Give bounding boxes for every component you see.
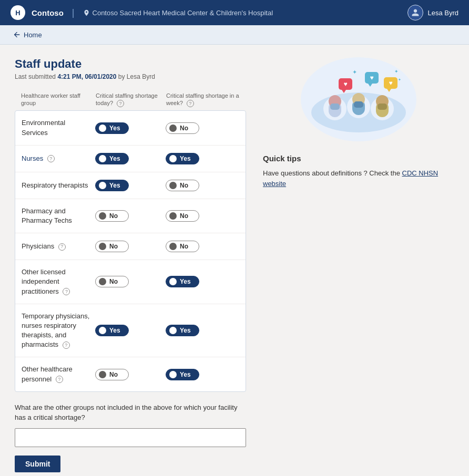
toggle-no[interactable]: No (166, 241, 199, 252)
table-row: Other licensed independent practitioners… (15, 260, 246, 304)
toggle-today-1: Yes (95, 153, 164, 164)
header-left: H Contoso | Contoso Sacred Heart Medical… (11, 5, 273, 20)
row-label: Pharmacy and Pharmacy Techs (22, 206, 93, 225)
toggle-no[interactable]: No (95, 369, 129, 380)
toggle-week-5: Yes (166, 276, 239, 287)
svg-rect-12 (378, 104, 387, 110)
toggle-knob (99, 327, 106, 334)
toggle-no[interactable]: No (95, 276, 129, 287)
quick-tips-section: Quick tips Have questions about definiti… (263, 154, 454, 189)
facility-info: Contoso Sacred Heart Medical Center & Ch… (83, 9, 273, 17)
svg-marker-18 (368, 84, 372, 87)
col-header-group: Healthcare worker staff group (21, 92, 94, 107)
svg-text:♥: ♥ (343, 80, 347, 88)
toggle-today-0: Yes (95, 122, 164, 134)
svg-marker-21 (387, 89, 391, 92)
row-label: Respiratory therapists (22, 181, 93, 190)
last-submitted-label: Last submitted (15, 73, 56, 80)
toggle-knob (99, 212, 106, 220)
shortage-today-info-icon[interactable]: ? (117, 100, 124, 107)
toggle-knob (99, 371, 106, 378)
toggle-knob (169, 371, 177, 378)
toggle-no[interactable]: No (166, 210, 199, 222)
toggle-knob (99, 155, 106, 162)
physicians-info-icon[interactable]: ? (58, 243, 66, 251)
toggle-yes[interactable]: Yes (166, 276, 199, 287)
toggle-week-6: Yes (166, 325, 239, 336)
toggle-knob (99, 125, 106, 132)
facility-name: Contoso Sacred Heart Medical Center & Ch… (93, 9, 273, 17)
toggle-yes[interactable]: Yes (166, 153, 199, 164)
olip-info-icon[interactable]: ? (63, 288, 70, 295)
toggle-week-2: No (166, 180, 239, 191)
toggle-today-7: No (95, 369, 164, 380)
ohp-info-icon[interactable]: ? (56, 376, 63, 383)
col-header-week: Critical staffing shortage in a week? ? (166, 92, 240, 107)
svg-text:✦: ✦ (394, 69, 399, 74)
table-row: Pharmacy and Pharmacy Techs No No (15, 199, 246, 233)
toggle-yes[interactable]: Yes (166, 325, 199, 336)
user-avatar[interactable] (407, 5, 423, 20)
toggle-week-4: No (166, 241, 239, 252)
toggle-no[interactable]: No (95, 210, 129, 222)
nurses-info-icon[interactable]: ? (47, 155, 55, 162)
table-row: Environmental Services Yes No (15, 111, 246, 145)
main-content: Staff update Last submitted 4:21 PM, 06/… (0, 45, 469, 476)
toggle-no[interactable]: No (166, 180, 199, 191)
submitted-by: by Lesa Byrd (118, 73, 155, 80)
table-row: Other healthcare personnel ? No Yes (15, 357, 246, 391)
toggle-week-0: No (166, 122, 239, 134)
toggle-yes[interactable]: Yes (95, 180, 129, 191)
svg-text:♥: ♥ (370, 74, 373, 81)
header-right: Lesa Byrd (407, 5, 458, 20)
toggle-no[interactable]: No (95, 241, 129, 252)
toggle-knob (169, 327, 177, 334)
svg-rect-8 (354, 101, 363, 108)
toggle-knob (169, 278, 177, 285)
toggle-week-3: No (166, 210, 239, 222)
svg-marker-15 (342, 90, 346, 93)
toggle-yes[interactable]: Yes (95, 325, 129, 336)
table-row: Respiratory therapists Yes No (15, 172, 246, 199)
col-header-today: Critical staffing shortage today? ? (96, 92, 164, 107)
brand-name: Contoso (32, 8, 64, 17)
quick-tips-title: Quick tips (263, 154, 454, 163)
table-header: Healthcare worker staff group Critical s… (15, 89, 246, 110)
toggle-knob (169, 125, 177, 132)
nav-bar: Home (0, 25, 469, 45)
toggle-today-4: No (95, 241, 164, 252)
svg-rect-4 (330, 104, 340, 110)
row-label: Environmental Services (22, 118, 93, 137)
toggle-knob (169, 243, 177, 250)
toggle-yes[interactable]: Yes (95, 122, 129, 134)
toggle-knob (169, 182, 177, 189)
submit-button[interactable]: Submit (15, 456, 60, 472)
question-section: What are the other groups not included i… (15, 402, 246, 472)
back-button[interactable]: Home (13, 30, 42, 39)
toggle-today-5: No (95, 276, 164, 287)
right-panel: ♥ ♥ ♥ ✦ ✦ ✦ Quick tips Have questions ab… (263, 57, 454, 472)
toggle-week-1: Yes (166, 153, 239, 164)
user-name: Lesa Byrd (427, 9, 458, 17)
last-submitted-info: Last submitted 4:21 PM, 06/01/2020 by Le… (15, 73, 246, 80)
toggle-knob (99, 182, 106, 189)
row-label: Temporary physicians, nurses respiratory… (22, 312, 93, 350)
table-row: Nurses ? Yes Yes (15, 146, 246, 172)
toggle-no[interactable]: No (166, 122, 199, 134)
toggle-yes[interactable]: Yes (95, 153, 129, 164)
temp-info-icon[interactable]: ? (63, 342, 70, 349)
page-title: Staff update (15, 57, 246, 71)
toggle-knob (169, 155, 177, 162)
shortage-week-info-icon[interactable]: ? (187, 100, 194, 107)
toggle-knob (169, 212, 177, 220)
row-label: Other healthcare personnel ? (22, 365, 93, 384)
toggle-week-7: Yes (166, 369, 239, 380)
quick-tips-body: Have questions about definitions ? Check… (263, 169, 402, 177)
location-icon (83, 9, 90, 16)
row-label: Physicians ? (22, 242, 93, 251)
svg-text:♥: ♥ (389, 79, 392, 87)
toggle-today-6: Yes (95, 325, 164, 336)
staff-illustration: ♥ ♥ ♥ ✦ ✦ ✦ (306, 63, 411, 136)
other-groups-input[interactable] (15, 428, 246, 447)
toggle-yes[interactable]: Yes (166, 369, 199, 380)
